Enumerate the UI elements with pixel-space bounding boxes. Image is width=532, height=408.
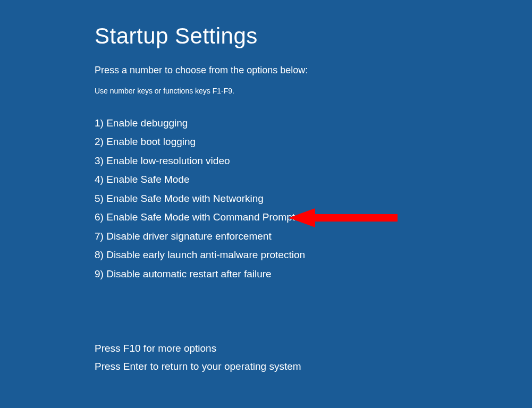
option-9-disable-automatic-restart[interactable]: 9) Disable automatic restart after failu…: [95, 266, 532, 282]
option-8-disable-early-launch-anti-malware[interactable]: 8) Disable early launch anti-malware pro…: [95, 247, 532, 262]
options-list: 1) Enable debugging 2) Enable boot loggi…: [95, 115, 532, 282]
hint-text: Use number keys or functions keys F1-F9.: [95, 87, 532, 95]
option-4-enable-safe-mode[interactable]: 4) Enable Safe Mode: [95, 172, 532, 187]
option-3-enable-low-resolution-video[interactable]: 3) Enable low-resolution video: [95, 153, 532, 168]
startup-settings-screen: Startup Settings Press a number to choos…: [0, 0, 532, 375]
subtitle: Press a number to choose from the option…: [95, 65, 532, 76]
page-title: Startup Settings: [95, 23, 532, 49]
footer: Press F10 for more options Press Enter t…: [95, 341, 532, 375]
option-2-enable-boot-logging[interactable]: 2) Enable boot logging: [95, 134, 532, 149]
footer-return: Press Enter to return to your operating …: [95, 359, 532, 375]
option-1-enable-debugging[interactable]: 1) Enable debugging: [95, 115, 532, 131]
footer-more-options: Press F10 for more options: [95, 341, 532, 356]
option-6-enable-safe-mode-command-prompt[interactable]: 6) Enable Safe Mode with Command Prompt: [95, 209, 532, 225]
option-7-disable-driver-signature-enforcement[interactable]: 7) Disable driver signature enforcement: [95, 228, 532, 244]
option-5-enable-safe-mode-networking[interactable]: 5) Enable Safe Mode with Networking: [95, 191, 532, 206]
